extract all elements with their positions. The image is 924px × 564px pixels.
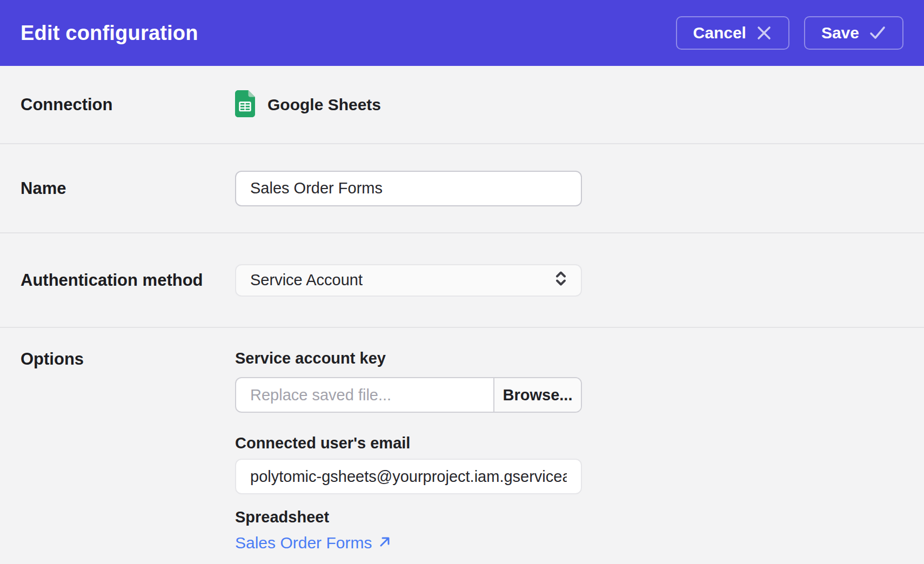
checkmark-icon xyxy=(869,25,886,41)
service-account-key-file-input[interactable]: Replace saved file... Browse... xyxy=(235,377,582,413)
authentication-label: Authentication method xyxy=(21,271,235,290)
connection-row: Connection Google Sheets xyxy=(0,66,924,144)
options-fields: Service account key Replace saved file..… xyxy=(235,350,582,552)
authentication-method-select[interactable]: Service Account xyxy=(235,264,582,297)
connection-label: Connection xyxy=(21,95,235,115)
file-input-placeholder[interactable]: Replace saved file... xyxy=(236,378,493,412)
connection-value-text: Google Sheets xyxy=(267,96,381,114)
connected-email-label: Connected user's email xyxy=(235,434,582,452)
spreadsheet-link[interactable]: Sales Order Forms xyxy=(235,534,391,552)
authentication-selected-value: Service Account xyxy=(250,271,363,289)
edit-configuration-page: Edit configuration Cancel Save xyxy=(0,0,924,564)
select-updown-chevrons-icon xyxy=(554,270,568,290)
name-label: Name xyxy=(21,179,235,198)
connected-email-input[interactable] xyxy=(235,459,582,494)
save-button[interactable]: Save xyxy=(804,16,903,50)
cancel-button-label: Cancel xyxy=(693,24,746,42)
google-sheets-icon xyxy=(235,90,255,119)
header-bar: Edit configuration Cancel Save xyxy=(0,0,924,66)
spreadsheet-label: Spreadsheet xyxy=(235,508,582,526)
spreadsheet-link-text: Sales Order Forms xyxy=(235,534,372,552)
options-row: Options Service account key Replace save… xyxy=(0,328,924,564)
browse-button[interactable]: Browse... xyxy=(493,378,581,412)
close-icon xyxy=(756,25,772,41)
options-label: Options xyxy=(21,350,235,369)
cancel-button[interactable]: Cancel xyxy=(676,16,789,50)
save-button-label: Save xyxy=(821,24,859,42)
name-row: Name xyxy=(0,144,924,233)
external-link-arrow-icon xyxy=(378,534,391,552)
authentication-row: Authentication method Service Account xyxy=(0,233,924,328)
connection-value: Google Sheets xyxy=(235,90,381,119)
page-title: Edit configuration xyxy=(21,22,198,45)
header-actions: Cancel Save xyxy=(676,16,903,50)
name-input[interactable] xyxy=(235,171,582,206)
service-account-key-label: Service account key xyxy=(235,350,582,367)
